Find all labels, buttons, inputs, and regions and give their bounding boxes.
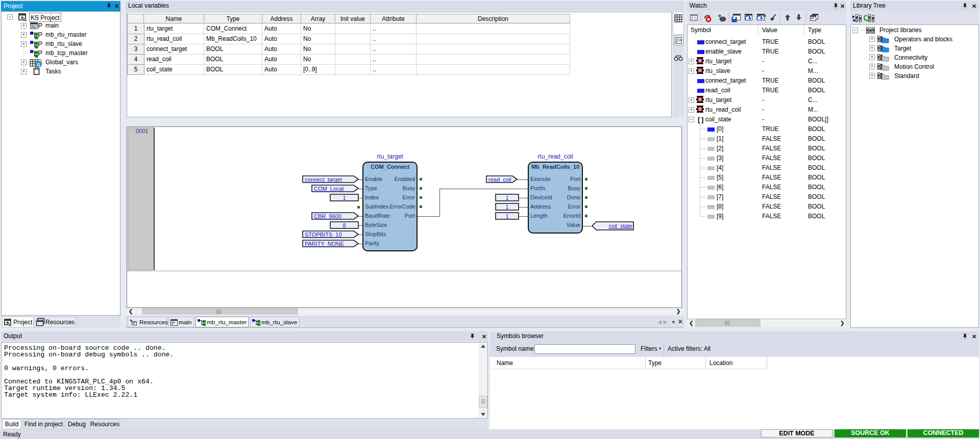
svg-text:B: B [699, 58, 702, 63]
svg-text:[ ]: [ ] [698, 116, 703, 123]
svg-text:B: B [699, 97, 702, 102]
svg-text:G: G [37, 62, 40, 67]
svg-text:B: B [699, 107, 702, 112]
svg-text:B: B [699, 68, 702, 73]
